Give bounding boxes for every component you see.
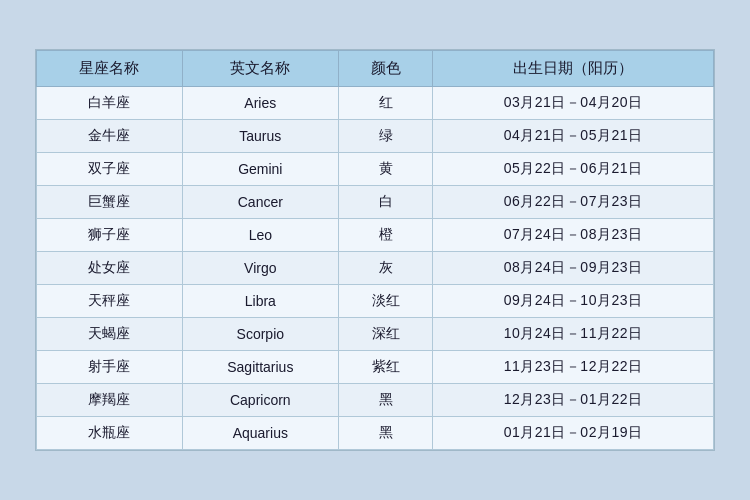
cell-color: 淡红 xyxy=(338,285,432,318)
cell-english-name: Leo xyxy=(182,219,338,252)
zodiac-table-container: 星座名称 英文名称 颜色 出生日期（阳历） 白羊座Aries红03月21日－04… xyxy=(35,49,715,451)
cell-dates: 04月21日－05月21日 xyxy=(433,120,714,153)
table-row: 金牛座Taurus绿04月21日－05月21日 xyxy=(37,120,714,153)
table-row: 天蝎座Scorpio深红10月24日－11月22日 xyxy=(37,318,714,351)
cell-chinese-name: 天蝎座 xyxy=(37,318,183,351)
table-row: 白羊座Aries红03月21日－04月20日 xyxy=(37,87,714,120)
cell-dates: 05月22日－06月21日 xyxy=(433,153,714,186)
cell-english-name: Virgo xyxy=(182,252,338,285)
table-header-row: 星座名称 英文名称 颜色 出生日期（阳历） xyxy=(37,51,714,87)
cell-chinese-name: 狮子座 xyxy=(37,219,183,252)
table-row: 狮子座Leo橙07月24日－08月23日 xyxy=(37,219,714,252)
cell-english-name: Gemini xyxy=(182,153,338,186)
cell-english-name: Sagittarius xyxy=(182,351,338,384)
cell-color: 绿 xyxy=(338,120,432,153)
header-dates: 出生日期（阳历） xyxy=(433,51,714,87)
cell-chinese-name: 射手座 xyxy=(37,351,183,384)
cell-color: 黑 xyxy=(338,417,432,450)
cell-dates: 03月21日－04月20日 xyxy=(433,87,714,120)
cell-color: 橙 xyxy=(338,219,432,252)
cell-chinese-name: 双子座 xyxy=(37,153,183,186)
cell-chinese-name: 天秤座 xyxy=(37,285,183,318)
header-chinese-name: 星座名称 xyxy=(37,51,183,87)
cell-chinese-name: 水瓶座 xyxy=(37,417,183,450)
cell-chinese-name: 白羊座 xyxy=(37,87,183,120)
cell-color: 红 xyxy=(338,87,432,120)
cell-chinese-name: 金牛座 xyxy=(37,120,183,153)
table-row: 双子座Gemini黄05月22日－06月21日 xyxy=(37,153,714,186)
cell-english-name: Aquarius xyxy=(182,417,338,450)
cell-dates: 09月24日－10月23日 xyxy=(433,285,714,318)
cell-english-name: Taurus xyxy=(182,120,338,153)
cell-color: 灰 xyxy=(338,252,432,285)
cell-chinese-name: 处女座 xyxy=(37,252,183,285)
cell-color: 白 xyxy=(338,186,432,219)
cell-color: 深红 xyxy=(338,318,432,351)
cell-chinese-name: 摩羯座 xyxy=(37,384,183,417)
cell-dates: 01月21日－02月19日 xyxy=(433,417,714,450)
cell-dates: 08月24日－09月23日 xyxy=(433,252,714,285)
cell-english-name: Aries xyxy=(182,87,338,120)
table-row: 水瓶座Aquarius黑01月21日－02月19日 xyxy=(37,417,714,450)
cell-dates: 11月23日－12月22日 xyxy=(433,351,714,384)
cell-dates: 12月23日－01月22日 xyxy=(433,384,714,417)
cell-color: 紫红 xyxy=(338,351,432,384)
zodiac-table: 星座名称 英文名称 颜色 出生日期（阳历） 白羊座Aries红03月21日－04… xyxy=(36,50,714,450)
table-body: 白羊座Aries红03月21日－04月20日金牛座Taurus绿04月21日－0… xyxy=(37,87,714,450)
cell-english-name: Capricorn xyxy=(182,384,338,417)
header-english-name: 英文名称 xyxy=(182,51,338,87)
cell-english-name: Scorpio xyxy=(182,318,338,351)
cell-dates: 10月24日－11月22日 xyxy=(433,318,714,351)
table-row: 摩羯座Capricorn黑12月23日－01月22日 xyxy=(37,384,714,417)
cell-dates: 07月24日－08月23日 xyxy=(433,219,714,252)
cell-color: 黄 xyxy=(338,153,432,186)
table-row: 巨蟹座Cancer白06月22日－07月23日 xyxy=(37,186,714,219)
cell-english-name: Libra xyxy=(182,285,338,318)
table-row: 射手座Sagittarius紫红11月23日－12月22日 xyxy=(37,351,714,384)
cell-color: 黑 xyxy=(338,384,432,417)
cell-english-name: Cancer xyxy=(182,186,338,219)
cell-chinese-name: 巨蟹座 xyxy=(37,186,183,219)
table-row: 天秤座Libra淡红09月24日－10月23日 xyxy=(37,285,714,318)
header-color: 颜色 xyxy=(338,51,432,87)
cell-dates: 06月22日－07月23日 xyxy=(433,186,714,219)
table-row: 处女座Virgo灰08月24日－09月23日 xyxy=(37,252,714,285)
